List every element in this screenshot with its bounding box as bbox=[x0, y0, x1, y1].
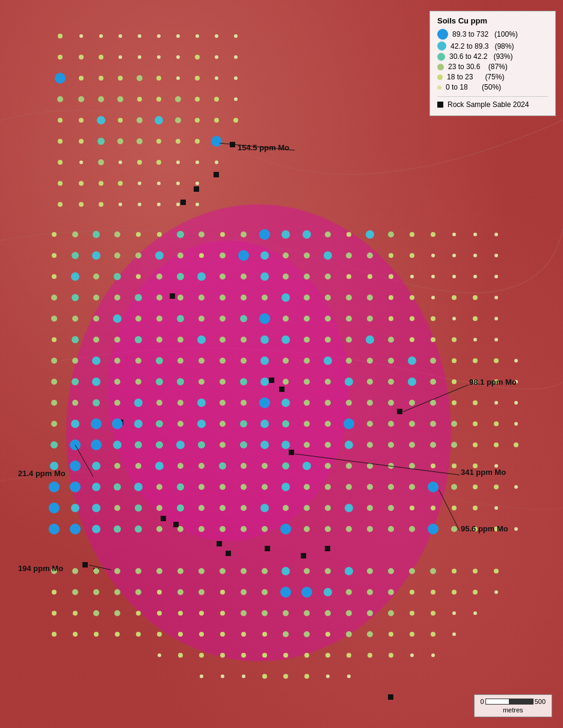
legend-label-1: 89.3 to 732 (100%) bbox=[452, 30, 518, 38]
legend-circle-6 bbox=[437, 85, 441, 90]
legend-item-5: 18 to 23 (75%) bbox=[437, 73, 548, 81]
scale-max-label: 500 bbox=[535, 698, 546, 705]
legend-item-1: 89.3 to 732 (100%) bbox=[437, 29, 548, 40]
legend-title: Soils Cu ppm bbox=[437, 16, 548, 25]
legend-label-4: 23 to 30.6 (87%) bbox=[448, 63, 508, 71]
scale-graphic bbox=[485, 699, 534, 705]
map-container: Soils Cu ppm 89.3 to 732 (100%) 42.2 to … bbox=[0, 0, 563, 728]
legend: Soils Cu ppm 89.3 to 732 (100%) 42.2 to … bbox=[429, 11, 556, 116]
rock-sample-label: Rock Sample Sable 2024 bbox=[448, 100, 529, 109]
rock-sample-square-icon bbox=[437, 102, 443, 108]
rock-sample-legend: Rock Sample Sable 2024 bbox=[437, 96, 548, 109]
legend-label-2: 42.2 to 89.3 (98%) bbox=[451, 42, 514, 50]
annotation-21: 21.4 ppm Mo bbox=[18, 469, 66, 478]
legend-circle-2 bbox=[437, 41, 446, 50]
annotation-194: 194 ppm Mo bbox=[18, 564, 63, 573]
annotation-98: 98.1 ppm Mo bbox=[469, 378, 517, 387]
legend-circle-3 bbox=[437, 53, 445, 61]
scale-zero-label: 0 bbox=[481, 698, 484, 705]
legend-item-2: 42.2 to 89.3 (98%) bbox=[437, 41, 548, 50]
legend-label-5: 18 to 23 (75%) bbox=[447, 73, 504, 81]
legend-label-6: 0 to 18 (50%) bbox=[446, 83, 501, 91]
scale-bar: 0 500 metres bbox=[474, 694, 552, 717]
legend-label-3: 30.6 to 42.2 (93%) bbox=[449, 52, 512, 61]
annotation-95: 95.6 ppm Mo bbox=[461, 524, 508, 533]
scale-black-segment bbox=[509, 699, 534, 705]
annotation-341: 341 ppm Mo bbox=[461, 468, 506, 477]
annotation-154: 154.5 ppm Mo bbox=[238, 143, 289, 152]
svg-point-3 bbox=[108, 240, 349, 541]
legend-circle-1 bbox=[437, 29, 448, 40]
scale-white-segment bbox=[485, 699, 509, 705]
scale-unit-label: metres bbox=[481, 706, 546, 714]
legend-circle-4 bbox=[437, 64, 444, 70]
legend-item-6: 0 to 18 (50%) bbox=[437, 83, 548, 91]
legend-circle-5 bbox=[437, 75, 443, 80]
legend-item-4: 23 to 30.6 (87%) bbox=[437, 63, 548, 71]
legend-item-3: 30.6 to 42.2 (93%) bbox=[437, 52, 548, 61]
